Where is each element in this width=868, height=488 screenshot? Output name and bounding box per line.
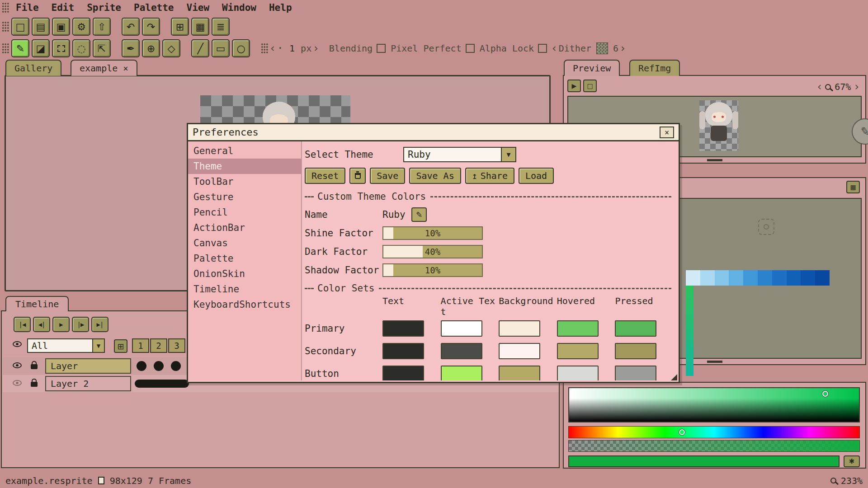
preview-play-button[interactable]: ▶ — [567, 80, 581, 92]
menu-palette[interactable]: Palette — [128, 2, 180, 13]
hue-indicator[interactable] — [679, 429, 685, 435]
sidebar-item-theme[interactable]: Theme — [188, 159, 301, 174]
blending-checkbox[interactable] — [377, 44, 386, 53]
alpha-lock-checkbox[interactable] — [538, 44, 547, 53]
share-button[interactable]: ↥Share — [465, 168, 514, 184]
size-decrease-button[interactable]: ‹ — [270, 42, 275, 55]
menubar-drag-handle-icon[interactable] — [2, 2, 9, 13]
prev-frame-button[interactable]: ◀| — [33, 317, 50, 332]
open-file-button[interactable]: ▤ — [32, 18, 50, 36]
green-gradient-ramp[interactable] — [686, 286, 693, 376]
eraser-tool-button[interactable]: ◪ — [32, 39, 50, 57]
dither-pattern-swatch[interactable] — [596, 42, 608, 54]
redo-button[interactable]: ↷ — [142, 18, 160, 36]
wand-tool-button[interactable]: ⇱ — [93, 39, 111, 57]
preview-zoom-value[interactable]: 67% — [835, 81, 851, 92]
layer2-name-cell[interactable]: Layer 2 — [45, 376, 131, 391]
menu-sprite[interactable]: Sprite — [81, 2, 127, 13]
layer1-frame3-dot[interactable] — [171, 361, 181, 371]
layer2-frame-span[interactable] — [135, 380, 189, 388]
primary-hovered-swatch[interactable] — [557, 320, 599, 337]
primary-text-swatch[interactable] — [382, 320, 424, 337]
preview-zoom-in-button[interactable]: › — [854, 80, 859, 93]
edit-name-button[interactable]: ✎ — [411, 207, 427, 222]
sidebar-item-onionskin[interactable]: OnionSkin — [188, 266, 301, 282]
primary-active-text-swatch[interactable] — [441, 320, 482, 337]
save-as-button[interactable]: Save As — [409, 168, 461, 184]
preview-fit-button[interactable]: □ — [583, 80, 597, 92]
frame-cell-1[interactable]: 1 — [132, 338, 149, 353]
dither-next-button[interactable]: › — [621, 42, 625, 55]
layer-filter-dropdown[interactable]: All ▼ — [27, 338, 105, 353]
panel-resize-handle[interactable] — [707, 361, 722, 363]
sidebar-item-palette[interactable]: Palette — [188, 251, 301, 266]
add-to-palette-button[interactable]: ✱ — [844, 455, 860, 467]
close-tab-icon[interactable]: × — [123, 63, 128, 73]
delete-theme-button[interactable] — [349, 168, 366, 184]
menu-file[interactable]: File — [10, 2, 45, 13]
frame-cell-2[interactable]: 2 — [150, 338, 167, 353]
primary-pressed-swatch[interactable] — [615, 320, 656, 337]
panel-options-button[interactable]: ▦ — [846, 181, 860, 193]
dialog-title-bar[interactable]: Preferences × — [188, 124, 679, 141]
secondary-text-swatch[interactable] — [382, 343, 424, 359]
export-button[interactable]: ⇧ — [93, 18, 111, 36]
tab-preview[interactable]: Preview — [564, 60, 620, 76]
dither-prev-button[interactable]: ‹ — [552, 42, 557, 55]
sidebar-item-pencil[interactable]: Pencil — [188, 205, 301, 220]
layer1-visibility-eye-icon[interactable] — [13, 362, 22, 368]
size-increase-button[interactable]: › — [314, 42, 318, 55]
tools-drag-handle-icon[interactable] — [2, 43, 9, 54]
last-frame-button[interactable]: ▶| — [91, 317, 108, 332]
saturation-value-box[interactable] — [568, 387, 860, 422]
grid-toggle-button[interactable]: ⊞ — [171, 18, 189, 36]
primary-background-swatch[interactable] — [499, 320, 540, 337]
dark-factor-slider[interactable]: 40% — [382, 245, 483, 258]
pixel-perfect-checkbox[interactable] — [466, 44, 475, 53]
play-button[interactable]: ▶ — [52, 317, 70, 332]
dropdown-arrow-icon[interactable]: ▼ — [92, 339, 104, 352]
shape-tool-button[interactable]: ◇ — [162, 39, 180, 57]
tab-timeline[interactable]: Timeline — [5, 296, 69, 311]
next-frame-button[interactable]: |▶ — [72, 317, 89, 332]
sidebar-item-general[interactable]: General — [188, 143, 301, 159]
dialog-resize-handle[interactable] — [671, 374, 677, 380]
dialog-close-button[interactable]: × — [660, 127, 674, 138]
hue-slider[interactable] — [568, 426, 860, 438]
secondary-pressed-swatch[interactable] — [615, 343, 656, 359]
sidebar-item-keyboardshortcuts[interactable]: KeyboardShortcuts — [188, 297, 301, 312]
tab-refimg[interactable]: RefImg — [629, 60, 680, 76]
ellipse-tool-button[interactable]: ○ — [232, 39, 250, 57]
first-frame-button[interactable]: |◀ — [14, 317, 31, 332]
save-button[interactable]: ▣ — [52, 18, 70, 36]
rect-select-tool-button[interactable] — [52, 39, 70, 57]
menu-edit[interactable]: Edit — [46, 2, 80, 13]
sidebar-item-gesture[interactable]: Gesture — [188, 189, 301, 205]
sidebar-item-timeline[interactable]: Timeline — [188, 282, 301, 297]
pen-tool-button[interactable]: ✒ — [122, 39, 140, 57]
button-background-swatch[interactable] — [499, 366, 540, 380]
shine-factor-slider[interactable]: 10% — [382, 226, 483, 240]
new-file-button[interactable]: □ — [11, 18, 29, 36]
layer2-lock-icon[interactable] — [31, 382, 38, 387]
menu-view[interactable]: View — [181, 2, 216, 13]
sv-indicator[interactable] — [822, 391, 828, 397]
pencil-tool-button[interactable]: ✎ — [11, 39, 29, 57]
save-theme-button[interactable]: Save — [370, 168, 405, 184]
sidebar-item-canvas[interactable]: Canvas — [188, 235, 301, 251]
layer1-name-cell[interactable]: Layer — [45, 358, 131, 374]
reset-button[interactable]: Reset — [305, 168, 345, 184]
lasso-tool-button[interactable]: ◌ — [72, 39, 90, 57]
load-button[interactable]: Load — [519, 168, 554, 184]
shadow-factor-slider[interactable]: 10% — [382, 263, 483, 277]
toolbar-drag-handle-icon[interactable] — [2, 21, 9, 32]
layer2-visibility-eye-icon[interactable] — [13, 380, 22, 386]
tab-example[interactable]: example × — [71, 60, 137, 76]
button-hovered-swatch[interactable] — [557, 366, 599, 380]
sidebar-item-toolbar[interactable]: ToolBar — [188, 174, 301, 189]
adjust-button[interactable]: ≣ — [212, 18, 230, 36]
rectangle-tool-button[interactable]: ▭ — [212, 39, 230, 57]
menu-window[interactable]: Window — [216, 2, 262, 13]
layer1-frame1-dot[interactable] — [137, 361, 146, 371]
panel-resize-handle[interactable] — [707, 159, 722, 161]
